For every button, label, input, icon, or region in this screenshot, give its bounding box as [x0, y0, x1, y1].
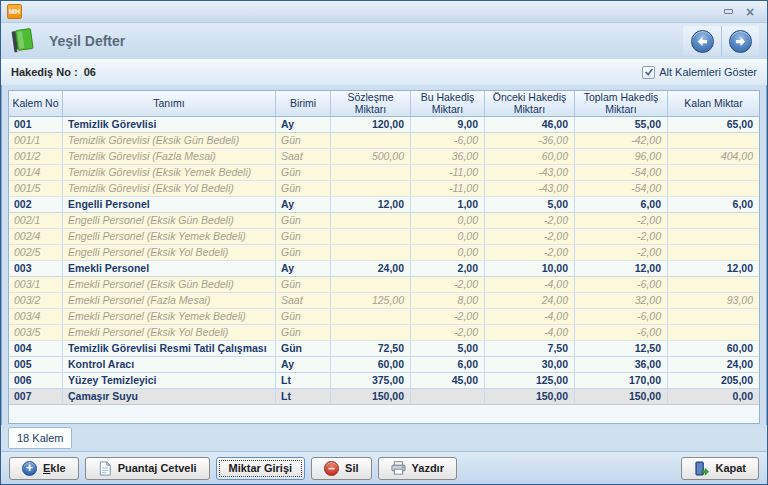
previous-button[interactable]	[683, 26, 721, 56]
hakedis-no-value: 06	[84, 66, 96, 78]
delete-button[interactable]: – Sil	[311, 457, 371, 480]
cell-no: 005	[9, 357, 63, 373]
minimize-button[interactable]	[717, 4, 739, 20]
cell-unit: Ay	[276, 261, 331, 277]
column-header-5[interactable]: Önceki Hakediş Miktarı	[485, 91, 575, 116]
close-button[interactable]: ×	[739, 4, 761, 20]
cell-no: 003/1	[9, 277, 63, 293]
table-row[interactable]: 001/4Temizlik Görevlisi (Eksik Yemek Bed…	[9, 165, 759, 181]
cell-remaining: 24,00	[668, 357, 759, 373]
column-header-1[interactable]: Tanımı	[63, 91, 276, 116]
cell-total: -2,00	[575, 245, 668, 261]
next-button[interactable]	[721, 26, 759, 56]
column-header-7[interactable]: Kalan Miktar	[668, 91, 759, 116]
cell-unit: Gün	[276, 325, 331, 341]
cell-previous: 46,00	[485, 117, 575, 133]
data-grid: Kalem NoTanımıBirimiSözleşme MiktarıBu H…	[8, 90, 760, 424]
exit-door-icon	[694, 461, 709, 476]
cell-unit: Gün	[276, 181, 331, 197]
cell-remaining	[668, 245, 759, 261]
footer-strip: 18 Kalem	[1, 425, 767, 451]
cell-name: Emekli Personel	[63, 261, 276, 277]
cell-current: 9,00	[411, 117, 485, 133]
close-window-button[interactable]: Kapat	[681, 457, 759, 480]
cell-contract	[331, 213, 411, 229]
table-row[interactable]: 007Çamaşır SuyuLt150,00150,00150,000,00	[9, 389, 759, 405]
close-icon: ×	[746, 5, 754, 19]
table-row[interactable]: 002Engelli PersonelAy12,001,005,006,006,…	[9, 197, 759, 213]
cell-contract: 72,50	[331, 341, 411, 357]
cell-contract: 125,00	[331, 293, 411, 309]
column-header-6[interactable]: Toplam Hakediş Miktarı	[575, 91, 668, 116]
table-row[interactable]: 001Temizlik GörevlisiAy120,009,0046,0055…	[9, 117, 759, 133]
show-subitems-label: Alt Kalemleri Göster	[659, 66, 757, 78]
hakedis-no-label: Hakediş No :	[11, 66, 78, 78]
cell-name: Yüzey Temizleyici	[63, 373, 276, 389]
cell-current: 0,00	[411, 213, 485, 229]
subheader-band: Hakediş No : 06 Alt Kalemleri Göster	[1, 59, 767, 85]
table-row[interactable]: 003/1Emekli Personel (Eksik Gün Bedeli)G…	[9, 277, 759, 293]
column-header-0[interactable]: Kalem No	[9, 91, 63, 116]
item-count-tab[interactable]: 18 Kalem	[8, 427, 72, 449]
cell-name: Temizlik Görevlisi (Eksik Yemek Bedeli)	[63, 165, 276, 181]
add-button[interactable]: + Ekle	[9, 457, 79, 480]
print-button[interactable]: Yazdır	[378, 457, 457, 480]
cell-name: Emekli Personel (Eksik Yol Bedeli)	[63, 325, 276, 341]
header-band: Yeşil Defter	[1, 23, 767, 59]
cell-previous: -2,00	[485, 213, 575, 229]
cell-previous: -43,00	[485, 165, 575, 181]
cell-name: Engelli Personel	[63, 197, 276, 213]
cell-name: Temizlik Görevlisi (Eksik Yol Bedeli)	[63, 181, 276, 197]
table-row[interactable]: 004Temizlik Görevlisi Resmi Tatil Çalışm…	[9, 341, 759, 357]
cell-contract: 60,00	[331, 357, 411, 373]
cell-name: Emekli Personel (Eksik Gün Bedeli)	[63, 277, 276, 293]
cell-contract: 120,00	[331, 117, 411, 133]
cell-previous: -4,00	[485, 325, 575, 341]
cell-no: 001/4	[9, 165, 63, 181]
cell-unit: Lt	[276, 373, 331, 389]
cell-contract	[331, 325, 411, 341]
cell-unit: Gün	[276, 277, 331, 293]
table-row[interactable]: 003Emekli PersonelAy24,002,0010,0012,001…	[9, 261, 759, 277]
cell-no: 003/5	[9, 325, 63, 341]
table-row[interactable]: 001/5Temizlik Görevlisi (Eksik Yol Bedel…	[9, 181, 759, 197]
cell-unit: Gün	[276, 309, 331, 325]
column-header-4[interactable]: Bu Hakediş Miktarı	[411, 91, 485, 116]
cell-unit: Gün	[276, 245, 331, 261]
cell-current: 6,00	[411, 357, 485, 373]
cell-previous: 10,00	[485, 261, 575, 277]
cell-name: Temizlik Görevlisi (Eksik Gün Bedeli)	[63, 133, 276, 149]
cell-unit: Ay	[276, 197, 331, 213]
cell-current: 36,00	[411, 149, 485, 165]
table-body: 001Temizlik GörevlisiAy120,009,0046,0055…	[9, 117, 759, 405]
cell-name: Engelli Personel (Eksik Yemek Bedeli)	[63, 229, 276, 245]
cell-no: 001/5	[9, 181, 63, 197]
table-row[interactable]: 001/1Temizlik Görevlisi (Eksik Gün Bedel…	[9, 133, 759, 149]
cell-contract	[331, 245, 411, 261]
table-row[interactable]: 002/1Engelli Personel (Eksik Gün Bedeli)…	[9, 213, 759, 229]
table-row[interactable]: 003/2Emekli Personel (Fazla Mesai)Saat12…	[9, 293, 759, 309]
table-row[interactable]: 002/4Engelli Personel (Eksik Yemek Bedel…	[9, 229, 759, 245]
table-row[interactable]: 002/5Engelli Personel (Eksik Yol Bedeli)…	[9, 245, 759, 261]
cell-current: -6,00	[411, 133, 485, 149]
table-row[interactable]: 006Yüzey TemizleyiciLt375,0045,00125,001…	[9, 373, 759, 389]
cell-name: Temizlik Görevlisi	[63, 117, 276, 133]
table-row[interactable]: 003/5Emekli Personel (Eksik Yol Bedeli)G…	[9, 325, 759, 341]
table-row[interactable]: 003/4Emekli Personel (Eksik Yemek Bedeli…	[9, 309, 759, 325]
column-header-3[interactable]: Sözleşme Miktarı	[331, 91, 411, 116]
show-subitems-toggle[interactable]: Alt Kalemleri Göster	[642, 66, 757, 79]
cell-total: 12,50	[575, 341, 668, 357]
cell-unit: Gün	[276, 229, 331, 245]
cell-contract: 500,00	[331, 149, 411, 165]
cell-unit: Gün	[276, 341, 331, 357]
table-row[interactable]: 001/2Temizlik Görevlisi (Fazla Mesai)Saa…	[9, 149, 759, 165]
cell-previous: -43,00	[485, 181, 575, 197]
cell-previous: -2,00	[485, 229, 575, 245]
timesheet-button[interactable]: Puantaj Cetveli	[85, 457, 210, 480]
table-header: Kalem NoTanımıBirimiSözleşme MiktarıBu H…	[9, 91, 759, 117]
quantity-entry-button[interactable]: Miktar Girişi	[216, 457, 306, 480]
column-header-2[interactable]: Birimi	[276, 91, 331, 116]
cell-no: 002/5	[9, 245, 63, 261]
table-row[interactable]: 005Kontrol AracıAy60,006,0030,0036,0024,…	[9, 357, 759, 373]
cell-remaining	[668, 309, 759, 325]
